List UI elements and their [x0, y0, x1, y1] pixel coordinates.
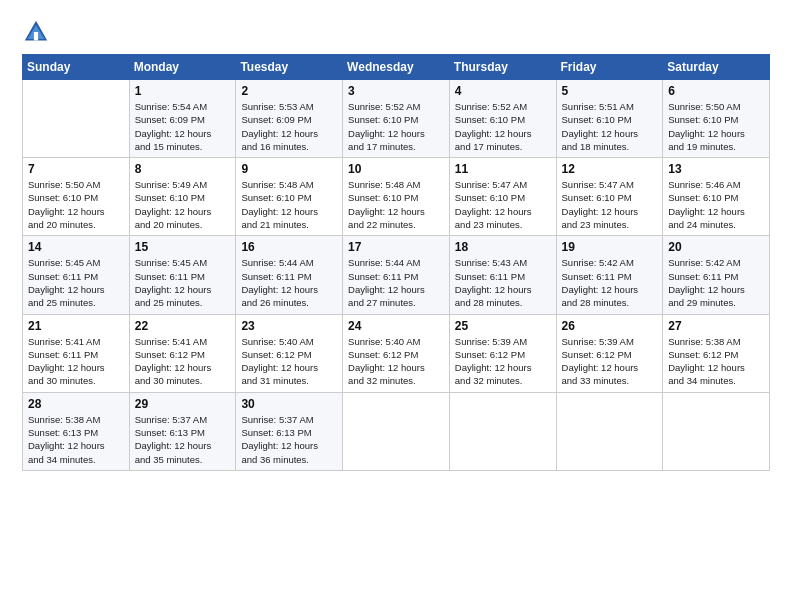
svg-rect-2	[34, 32, 38, 40]
day-number: 14	[28, 240, 124, 254]
col-header-wednesday: Wednesday	[343, 55, 450, 80]
day-info: Sunrise: 5:44 AMSunset: 6:11 PMDaylight:…	[241, 256, 337, 309]
day-info: Sunrise: 5:37 AMSunset: 6:13 PMDaylight:…	[135, 413, 231, 466]
day-number: 19	[562, 240, 658, 254]
day-number: 21	[28, 319, 124, 333]
day-info: Sunrise: 5:41 AMSunset: 6:11 PMDaylight:…	[28, 335, 124, 388]
calendar-cell: 30Sunrise: 5:37 AMSunset: 6:13 PMDayligh…	[236, 392, 343, 470]
week-row-5: 28Sunrise: 5:38 AMSunset: 6:13 PMDayligh…	[23, 392, 770, 470]
calendar-cell: 8Sunrise: 5:49 AMSunset: 6:10 PMDaylight…	[129, 158, 236, 236]
day-number: 7	[28, 162, 124, 176]
calendar-cell: 29Sunrise: 5:37 AMSunset: 6:13 PMDayligh…	[129, 392, 236, 470]
day-number: 8	[135, 162, 231, 176]
day-info: Sunrise: 5:44 AMSunset: 6:11 PMDaylight:…	[348, 256, 444, 309]
day-info: Sunrise: 5:45 AMSunset: 6:11 PMDaylight:…	[28, 256, 124, 309]
week-row-1: 1Sunrise: 5:54 AMSunset: 6:09 PMDaylight…	[23, 80, 770, 158]
col-header-monday: Monday	[129, 55, 236, 80]
day-number: 17	[348, 240, 444, 254]
calendar-table: SundayMondayTuesdayWednesdayThursdayFrid…	[22, 54, 770, 471]
calendar-cell: 16Sunrise: 5:44 AMSunset: 6:11 PMDayligh…	[236, 236, 343, 314]
calendar-cell: 22Sunrise: 5:41 AMSunset: 6:12 PMDayligh…	[129, 314, 236, 392]
day-info: Sunrise: 5:43 AMSunset: 6:11 PMDaylight:…	[455, 256, 551, 309]
day-number: 20	[668, 240, 764, 254]
day-number: 6	[668, 84, 764, 98]
day-number: 10	[348, 162, 444, 176]
day-info: Sunrise: 5:50 AMSunset: 6:10 PMDaylight:…	[668, 100, 764, 153]
calendar-cell: 6Sunrise: 5:50 AMSunset: 6:10 PMDaylight…	[663, 80, 770, 158]
day-info: Sunrise: 5:47 AMSunset: 6:10 PMDaylight:…	[562, 178, 658, 231]
calendar-cell: 1Sunrise: 5:54 AMSunset: 6:09 PMDaylight…	[129, 80, 236, 158]
day-info: Sunrise: 5:54 AMSunset: 6:09 PMDaylight:…	[135, 100, 231, 153]
week-row-4: 21Sunrise: 5:41 AMSunset: 6:11 PMDayligh…	[23, 314, 770, 392]
day-info: Sunrise: 5:42 AMSunset: 6:11 PMDaylight:…	[668, 256, 764, 309]
day-number: 18	[455, 240, 551, 254]
day-number: 23	[241, 319, 337, 333]
day-number: 11	[455, 162, 551, 176]
logo-icon	[22, 18, 50, 46]
week-row-3: 14Sunrise: 5:45 AMSunset: 6:11 PMDayligh…	[23, 236, 770, 314]
calendar-cell: 4Sunrise: 5:52 AMSunset: 6:10 PMDaylight…	[449, 80, 556, 158]
calendar-cell: 19Sunrise: 5:42 AMSunset: 6:11 PMDayligh…	[556, 236, 663, 314]
calendar-cell: 23Sunrise: 5:40 AMSunset: 6:12 PMDayligh…	[236, 314, 343, 392]
calendar-cell: 17Sunrise: 5:44 AMSunset: 6:11 PMDayligh…	[343, 236, 450, 314]
day-number: 2	[241, 84, 337, 98]
day-number: 26	[562, 319, 658, 333]
col-header-saturday: Saturday	[663, 55, 770, 80]
day-number: 27	[668, 319, 764, 333]
calendar-cell: 12Sunrise: 5:47 AMSunset: 6:10 PMDayligh…	[556, 158, 663, 236]
calendar-cell: 25Sunrise: 5:39 AMSunset: 6:12 PMDayligh…	[449, 314, 556, 392]
day-number: 3	[348, 84, 444, 98]
calendar-cell	[556, 392, 663, 470]
calendar-cell: 15Sunrise: 5:45 AMSunset: 6:11 PMDayligh…	[129, 236, 236, 314]
day-info: Sunrise: 5:49 AMSunset: 6:10 PMDaylight:…	[135, 178, 231, 231]
day-number: 24	[348, 319, 444, 333]
page: SundayMondayTuesdayWednesdayThursdayFrid…	[0, 0, 792, 612]
calendar-cell: 21Sunrise: 5:41 AMSunset: 6:11 PMDayligh…	[23, 314, 130, 392]
day-info: Sunrise: 5:40 AMSunset: 6:12 PMDaylight:…	[348, 335, 444, 388]
day-info: Sunrise: 5:48 AMSunset: 6:10 PMDaylight:…	[348, 178, 444, 231]
day-info: Sunrise: 5:37 AMSunset: 6:13 PMDaylight:…	[241, 413, 337, 466]
day-number: 30	[241, 397, 337, 411]
col-header-friday: Friday	[556, 55, 663, 80]
calendar-cell: 28Sunrise: 5:38 AMSunset: 6:13 PMDayligh…	[23, 392, 130, 470]
day-number: 1	[135, 84, 231, 98]
day-number: 25	[455, 319, 551, 333]
col-header-sunday: Sunday	[23, 55, 130, 80]
col-header-tuesday: Tuesday	[236, 55, 343, 80]
calendar-cell: 20Sunrise: 5:42 AMSunset: 6:11 PMDayligh…	[663, 236, 770, 314]
calendar-cell: 14Sunrise: 5:45 AMSunset: 6:11 PMDayligh…	[23, 236, 130, 314]
calendar-cell: 3Sunrise: 5:52 AMSunset: 6:10 PMDaylight…	[343, 80, 450, 158]
day-info: Sunrise: 5:39 AMSunset: 6:12 PMDaylight:…	[562, 335, 658, 388]
day-info: Sunrise: 5:39 AMSunset: 6:12 PMDaylight:…	[455, 335, 551, 388]
calendar-cell: 24Sunrise: 5:40 AMSunset: 6:12 PMDayligh…	[343, 314, 450, 392]
calendar-cell: 18Sunrise: 5:43 AMSunset: 6:11 PMDayligh…	[449, 236, 556, 314]
calendar-cell: 26Sunrise: 5:39 AMSunset: 6:12 PMDayligh…	[556, 314, 663, 392]
calendar-cell	[343, 392, 450, 470]
calendar-cell	[449, 392, 556, 470]
calendar-cell: 11Sunrise: 5:47 AMSunset: 6:10 PMDayligh…	[449, 158, 556, 236]
day-info: Sunrise: 5:42 AMSunset: 6:11 PMDaylight:…	[562, 256, 658, 309]
day-info: Sunrise: 5:38 AMSunset: 6:12 PMDaylight:…	[668, 335, 764, 388]
header-row: SundayMondayTuesdayWednesdayThursdayFrid…	[23, 55, 770, 80]
day-info: Sunrise: 5:38 AMSunset: 6:13 PMDaylight:…	[28, 413, 124, 466]
day-info: Sunrise: 5:52 AMSunset: 6:10 PMDaylight:…	[348, 100, 444, 153]
day-number: 4	[455, 84, 551, 98]
calendar-cell: 2Sunrise: 5:53 AMSunset: 6:09 PMDaylight…	[236, 80, 343, 158]
day-number: 15	[135, 240, 231, 254]
day-number: 22	[135, 319, 231, 333]
day-info: Sunrise: 5:41 AMSunset: 6:12 PMDaylight:…	[135, 335, 231, 388]
day-info: Sunrise: 5:48 AMSunset: 6:10 PMDaylight:…	[241, 178, 337, 231]
logo	[22, 18, 54, 46]
day-number: 28	[28, 397, 124, 411]
day-number: 12	[562, 162, 658, 176]
calendar-cell: 5Sunrise: 5:51 AMSunset: 6:10 PMDaylight…	[556, 80, 663, 158]
day-info: Sunrise: 5:51 AMSunset: 6:10 PMDaylight:…	[562, 100, 658, 153]
day-info: Sunrise: 5:52 AMSunset: 6:10 PMDaylight:…	[455, 100, 551, 153]
day-number: 5	[562, 84, 658, 98]
day-info: Sunrise: 5:45 AMSunset: 6:11 PMDaylight:…	[135, 256, 231, 309]
day-number: 9	[241, 162, 337, 176]
calendar-cell	[23, 80, 130, 158]
header	[22, 18, 770, 46]
day-number: 29	[135, 397, 231, 411]
day-info: Sunrise: 5:53 AMSunset: 6:09 PMDaylight:…	[241, 100, 337, 153]
